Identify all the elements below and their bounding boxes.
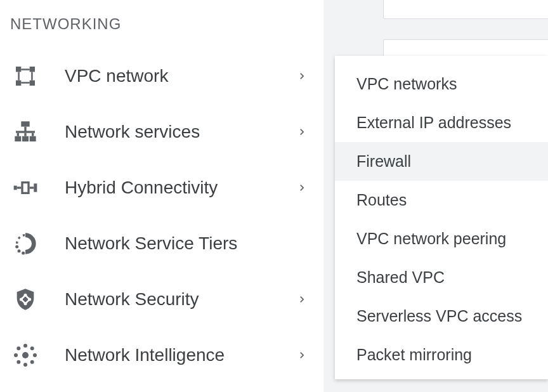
sidebar-item-network-security[interactable]: Network Security [0,271,323,327]
svg-rect-16 [30,136,36,141]
vpc-network-icon [11,62,39,90]
sidebar-item-label: Network Service Tiers [65,233,311,254]
network-service-tiers-icon [11,230,39,258]
svg-point-27 [24,302,27,305]
svg-point-32 [33,353,37,357]
svg-point-24 [20,298,23,301]
svg-point-31 [14,353,18,357]
svg-point-34 [30,346,34,350]
section-header: NETWORKING [0,8,323,48]
svg-point-35 [16,360,20,364]
background-card [383,0,548,19]
svg-rect-0 [16,67,21,72]
chevron-right-icon [293,291,311,308]
flyout-item-packet-mirroring[interactable]: Packet mirroring [335,336,548,374]
chevron-right-icon [293,67,311,85]
sidebar-item-network-service-tiers[interactable]: Network Service Tiers [0,216,323,271]
flyout-item-serverless-vpc-access[interactable]: Serverless VPC access [335,297,548,336]
svg-point-26 [24,294,27,297]
flyout-item-routes[interactable]: Routes [335,181,548,219]
flyout-item-vpc-networks[interactable]: VPC networks [335,65,548,103]
svg-rect-5 [31,72,33,80]
flyout-item-firewall[interactable]: Firewall [335,142,548,181]
svg-rect-7 [21,82,29,84]
svg-point-22 [18,249,21,252]
svg-point-36 [30,360,34,364]
flyout-menu: VPC networks External IP addresses Firew… [335,56,548,379]
svg-rect-4 [18,72,20,80]
sidebar-item-label: VPC network [65,66,293,86]
hybrid-connectivity-icon [11,174,39,202]
flyout-item-vpc-network-peering[interactable]: VPC network peering [335,219,548,258]
flyout-item-external-ip-addresses[interactable]: External IP addresses [335,103,548,142]
svg-rect-2 [16,81,21,86]
chevron-right-icon [293,123,311,141]
svg-rect-19 [30,186,34,188]
svg-rect-8 [21,121,29,126]
svg-point-21 [15,245,18,249]
svg-rect-10 [16,131,35,133]
svg-point-25 [28,298,31,301]
sidebar: NETWORKING VPC network Network services [0,0,323,392]
network-services-icon [11,118,39,146]
svg-rect-15 [22,136,29,141]
svg-point-23 [22,252,25,255]
svg-point-28 [22,352,29,358]
svg-rect-14 [15,136,21,141]
sidebar-item-network-intelligence[interactable]: Network Intelligence [0,327,323,383]
chevron-right-icon [293,179,311,197]
svg-point-30 [23,363,27,367]
svg-rect-6 [21,69,29,70]
svg-point-33 [16,346,20,350]
svg-rect-13 [32,133,34,136]
sidebar-item-vpc-network[interactable]: VPC network [0,48,323,104]
network-intelligence-icon [11,341,39,369]
network-security-icon [11,285,39,313]
svg-rect-17 [14,186,17,190]
sidebar-item-hybrid-connectivity[interactable]: Hybrid Connectivity [0,160,323,216]
sidebar-item-label: Network services [65,122,293,142]
svg-point-29 [23,344,27,348]
sidebar-item-network-services[interactable]: Network services [0,104,323,160]
svg-rect-11 [17,133,19,136]
svg-rect-20 [34,183,37,192]
svg-rect-18 [17,186,22,188]
svg-rect-1 [30,67,35,72]
svg-rect-12 [24,133,26,136]
navigation-container: NETWORKING VPC network Network services [0,0,548,392]
sidebar-item-label: Network Security [65,289,293,310]
svg-rect-3 [30,81,35,86]
sidebar-item-label: Hybrid Connectivity [65,178,293,198]
sidebar-item-label: Network Intelligence [65,345,293,365]
content-panel: VPC networks External IP addresses Firew… [323,0,548,392]
flyout-item-shared-vpc[interactable]: Shared VPC [335,258,548,297]
chevron-right-icon [293,346,311,364]
